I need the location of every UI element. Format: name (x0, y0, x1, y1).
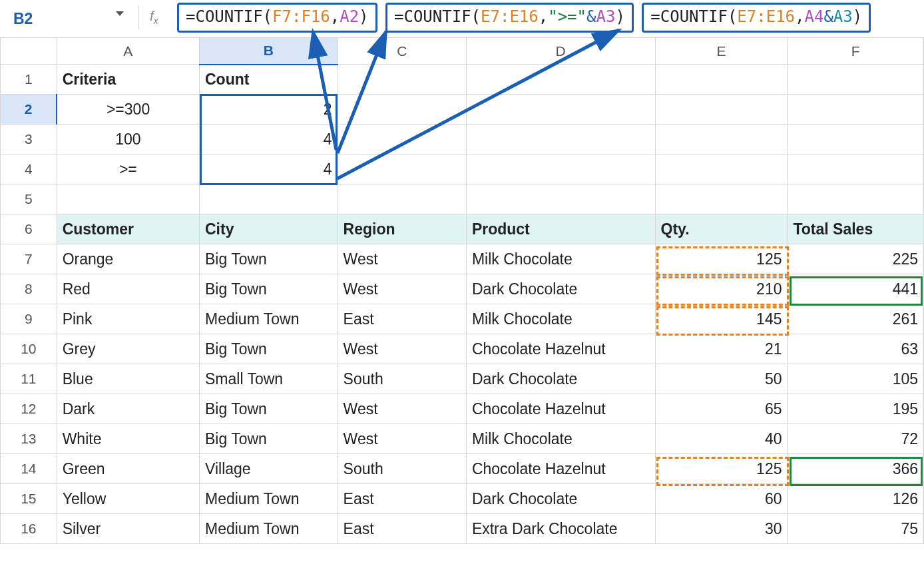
cell-E1[interactable] (655, 65, 788, 95)
cell-B16[interactable]: Medium Town (199, 514, 338, 544)
cell-A15[interactable]: Yellow (57, 484, 199, 514)
cell-C3[interactable] (338, 125, 466, 154)
cell-E8[interactable]: 210 (655, 274, 788, 304)
cell-F2[interactable] (788, 95, 924, 125)
row-9[interactable]: 9 Pink Medium Town East Milk Chocolate 1… (1, 304, 924, 334)
cell-B14[interactable]: Village (199, 454, 338, 484)
cell-F11[interactable]: 105 (788, 364, 924, 394)
col-head-D[interactable]: D (466, 38, 655, 65)
cell-F3[interactable] (788, 125, 924, 154)
cell-C11[interactable]: South (338, 364, 466, 394)
row-4[interactable]: 4 >= 4 (1, 154, 924, 184)
cell-F12[interactable]: 195 (788, 394, 924, 424)
cell-B12[interactable]: Big Town (199, 394, 338, 424)
cell-B1[interactable]: Count (199, 65, 338, 95)
cell-D3[interactable] (466, 125, 655, 154)
cell-A10[interactable]: Grey (57, 334, 199, 364)
cell-C12[interactable]: West (338, 394, 466, 424)
cell-F9[interactable]: 261 (788, 304, 924, 334)
cell-E16[interactable]: 30 (655, 514, 788, 544)
name-box[interactable] (9, 8, 122, 29)
row-16[interactable]: 16 Silver Medium Town East Extra Dark Ch… (1, 514, 924, 544)
cell-E7[interactable]: 125 (655, 244, 788, 274)
cell-F8[interactable]: 441 (788, 274, 924, 304)
cell-A9[interactable]: Pink (57, 304, 199, 334)
cell-F6[interactable]: Total Sales (788, 214, 924, 244)
row-2[interactable]: 2 >=300 2 (1, 95, 924, 125)
cell-D10[interactable]: Chocolate Hazelnut (466, 334, 655, 364)
row-12[interactable]: 12 Dark Big Town West Chocolate Hazelnut… (1, 394, 924, 424)
cell-B15[interactable]: Medium Town (199, 484, 338, 514)
cell-F13[interactable]: 72 (788, 424, 924, 454)
cell-D15[interactable]: Dark Chocolate (466, 484, 655, 514)
col-head-C[interactable]: C (338, 38, 466, 65)
row-15[interactable]: 15 Yellow Medium Town East Dark Chocolat… (1, 484, 924, 514)
cell-E11[interactable]: 50 (655, 364, 788, 394)
row-head-3[interactable]: 3 (1, 125, 57, 154)
row-head-2[interactable]: 2 (1, 95, 57, 125)
cell-C5[interactable] (338, 184, 466, 214)
cell-C14[interactable]: South (338, 454, 466, 484)
cell-A3[interactable]: 100 (57, 125, 199, 154)
cell-B11[interactable]: Small Town (199, 364, 338, 394)
row-head-9[interactable]: 9 (1, 304, 57, 334)
row-head-12[interactable]: 12 (1, 394, 57, 424)
cell-B8[interactable]: Big Town (199, 274, 338, 304)
col-head-A[interactable]: A (57, 38, 199, 65)
cell-A6[interactable]: Customer (57, 214, 199, 244)
row-head-7[interactable]: 7 (1, 244, 57, 274)
cell-C10[interactable]: West (338, 334, 466, 364)
cell-F5[interactable] (788, 184, 924, 214)
row-head-1[interactable]: 1 (1, 65, 57, 95)
cell-E10[interactable]: 21 (655, 334, 788, 364)
row-14[interactable]: 14 Green Village South Chocolate Hazelnu… (1, 454, 924, 484)
cell-A2[interactable]: >=300 (57, 95, 199, 125)
cell-D1[interactable] (466, 65, 655, 95)
fx-icon[interactable]: fx (150, 8, 158, 26)
row-head-13[interactable]: 13 (1, 424, 57, 454)
spreadsheet-grid[interactable]: A B C D E F 1 Criteria Count 2 >=300 2 (0, 37, 924, 544)
cell-B3[interactable]: 4 (199, 125, 338, 154)
row-1[interactable]: 1 Criteria Count (1, 65, 924, 95)
cell-A1[interactable]: Criteria (57, 65, 199, 95)
cell-C16[interactable]: East (338, 514, 466, 544)
cell-C8[interactable]: West (338, 274, 466, 304)
row-10[interactable]: 10 Grey Big Town West Chocolate Hazelnut… (1, 334, 924, 364)
cell-E6[interactable]: Qty. (655, 214, 788, 244)
cell-B2[interactable]: 2 (199, 95, 338, 125)
row-13[interactable]: 13 White Big Town West Milk Chocolate 40… (1, 424, 924, 454)
row-head-4[interactable]: 4 (1, 154, 57, 184)
cell-A13[interactable]: White (57, 424, 199, 454)
cell-F1[interactable] (788, 65, 924, 95)
cell-D12[interactable]: Chocolate Hazelnut (466, 394, 655, 424)
cell-C2[interactable] (338, 95, 466, 125)
row-5[interactable]: 5 (1, 184, 924, 214)
cell-C9[interactable]: East (338, 304, 466, 334)
cell-B9[interactable]: Medium Town (199, 304, 338, 334)
row-head-5[interactable]: 5 (1, 184, 57, 214)
col-head-E[interactable]: E (655, 38, 788, 65)
cell-F10[interactable]: 63 (788, 334, 924, 364)
cell-C6[interactable]: Region (338, 214, 466, 244)
cell-C4[interactable] (338, 154, 466, 184)
cell-D5[interactable] (466, 184, 655, 214)
cell-B13[interactable]: Big Town (199, 424, 338, 454)
cell-E4[interactable] (655, 154, 788, 184)
row-head-14[interactable]: 14 (1, 454, 57, 484)
cell-D4[interactable] (466, 154, 655, 184)
row-head-11[interactable]: 11 (1, 364, 57, 394)
cell-D14[interactable]: Chocolate Hazelnut (466, 454, 655, 484)
cell-C7[interactable]: West (338, 244, 466, 274)
name-box-dropdown-icon[interactable] (116, 11, 124, 16)
row-head-6[interactable]: 6 (1, 214, 57, 244)
row-11[interactable]: 11 Blue Small Town South Dark Chocolate … (1, 364, 924, 394)
row-7[interactable]: 7 Orange Big Town West Milk Chocolate 12… (1, 244, 924, 274)
col-head-B[interactable]: B (199, 38, 338, 65)
cell-A7[interactable]: Orange (57, 244, 199, 274)
cell-A8[interactable]: Red (57, 274, 199, 304)
cell-D7[interactable]: Milk Chocolate (466, 244, 655, 274)
cell-F4[interactable] (788, 154, 924, 184)
cell-B6[interactable]: City (199, 214, 338, 244)
cell-E15[interactable]: 60 (655, 484, 788, 514)
cell-D11[interactable]: Dark Chocolate (466, 364, 655, 394)
